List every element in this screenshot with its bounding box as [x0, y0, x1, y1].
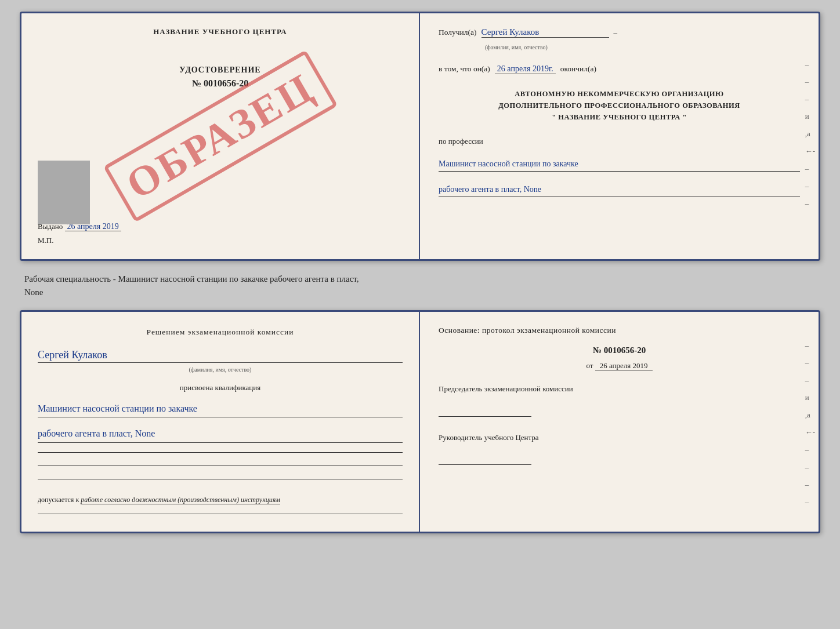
underline-3 [38, 479, 403, 479]
org-line3: " НАЗВАНИЕ УЧЕБНОГО ЦЕНТРА " [439, 111, 800, 123]
poluchil-row: Получил(а) Сергей Кулаков – [439, 27, 800, 38]
middle-line1: Рабочая специальность - Машинист насосно… [24, 272, 816, 286]
predsedatel-signature-line [439, 403, 531, 417]
right-dashes: – – – и ,а ←- – – – [805, 60, 815, 208]
rukovoditel-label: Руководитель учебного Центра [439, 432, 800, 443]
bottom-doc-right: Основание: протокол экзаменационной коми… [420, 312, 819, 532]
familiya-hint-bottom: (фамилия, имя, отчество) [38, 366, 403, 373]
underline-1 [38, 452, 403, 453]
underline-2 [38, 466, 403, 466]
osnovanie-label: Основание: протокол экзаменационной коми… [439, 326, 800, 335]
dopuskaetsya-text: работе согласно должностным (производств… [81, 496, 280, 504]
udostoverenie-block: УДОСТОВЕРЕНИЕ № 0010656-20 [38, 66, 403, 89]
org-line2: ДОПОЛНИТЕЛЬНОГО ПРОФЕССИОНАЛЬНОГО ОБРАЗО… [439, 100, 800, 111]
familiya-hint-top: (фамилия, имя, отчество) [485, 44, 548, 50]
prisvoena-label: присвоена квалификация [38, 383, 403, 392]
underline-4 [38, 514, 403, 514]
org-block: АВТОНОМНУЮ НЕКОММЕРЧЕСКУЮ ОРГАНИЗАЦИЮ ДО… [439, 88, 800, 123]
school-name-top: НАЗВАНИЕ УЧЕБНОГО ЦЕНТРА [38, 27, 403, 37]
ot-date: 26 апреля 2019 [595, 361, 653, 370]
dopuskaetsya-label: допускается к [38, 496, 79, 504]
middle-line2: None [24, 286, 816, 299]
bottom-right-dashes: – – – и ,а ←- – – – – [805, 341, 815, 507]
top-document: НАЗВАНИЕ УЧЕБНОГО ЦЕНТРА УДОСТОВЕРЕНИЕ №… [20, 12, 820, 261]
ot-label: от [586, 361, 593, 370]
poluchil-label: Получил(а) [439, 28, 477, 37]
ot-date-row: от 26 апреля 2019 [439, 361, 800, 370]
bottom-document: Решением экзаменационной комиссии Сергей… [20, 310, 820, 533]
bottom-doc-left: Решением экзаменационной комиссии Сергей… [21, 312, 420, 532]
profession-line2-bottom: рабочего агента в пласт, None [38, 426, 403, 443]
po-professii-label: по профессии [439, 137, 800, 146]
name-handwritten-bottom: Сергей Кулаков [38, 349, 403, 363]
protocol-number: № 0010656-20 [439, 346, 800, 355]
mp-label: М.П. [38, 236, 403, 245]
top-doc-left: НАЗВАНИЕ УЧЕБНОГО ЦЕНТРА УДОСТОВЕРЕНИЕ №… [21, 13, 420, 259]
komissia-title: Решением экзаменационной комиссии [38, 326, 403, 339]
profession-line2-top: рабочего агента в пласт, None [439, 182, 800, 197]
dopuskaetsya-row: допускается к работе согласно должностны… [38, 496, 403, 504]
vtom-label: в том, что он(а) [439, 64, 490, 74]
vtom-date: 26 апреля 2019г. [495, 64, 556, 74]
org-line1: АВТОНОМНУЮ НЕКОММЕРЧЕСКУЮ ОРГАНИЗАЦИЮ [439, 88, 800, 100]
poluchil-name: Сергей Кулаков [481, 27, 609, 38]
udostoverenie-title: УДОСТОВЕРЕНИЕ [179, 66, 260, 75]
udostoverenie-number: № 0010656-20 [192, 78, 248, 89]
middle-text-block: Рабочая специальность - Машинист насосно… [20, 270, 820, 301]
profession-line1-top: Машинист насосной станции по закачке [439, 157, 800, 172]
vtom-row: в том, что он(а) 26 апреля 2019г. окончи… [439, 64, 800, 74]
okonchil-label: окончил(а) [560, 64, 596, 74]
rukovoditel-signature-line [439, 451, 531, 465]
profession-line1-bottom: Машинист насосной станции по закачке [38, 401, 403, 418]
photo-placeholder [38, 161, 90, 224]
predsedatel-label: Председатель экзаменационной комиссии [439, 383, 800, 395]
top-doc-right: Получил(а) Сергей Кулаков – (фамилия, им… [420, 13, 819, 259]
vydano-row: Выдано 26 апреля 2019 [38, 210, 403, 231]
